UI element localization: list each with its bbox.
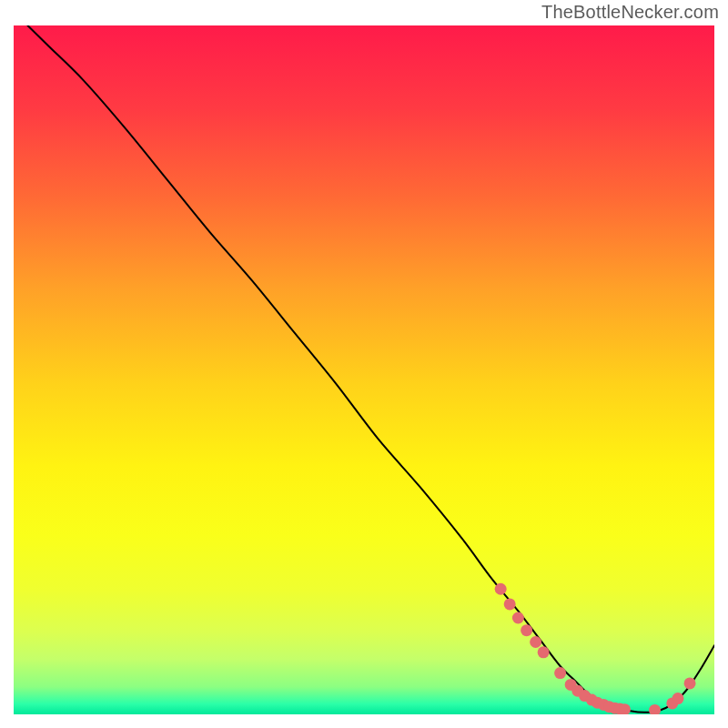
plot-area: [14, 25, 714, 714]
highlight-point: [672, 693, 683, 704]
attribution-label: TheBottleNecker.com: [541, 2, 719, 23]
chart-svg: [14, 25, 714, 714]
highlight-point: [538, 646, 550, 658]
highlight-point: [554, 667, 566, 679]
highlight-point: [504, 598, 516, 610]
gradient-background: [14, 25, 714, 714]
highlight-point: [495, 583, 507, 595]
highlight-point: [521, 624, 532, 636]
highlight-point: [684, 677, 696, 689]
highlight-point: [512, 612, 524, 624]
highlight-point: [530, 636, 541, 648]
chart-container: TheBottleNecker.com: [0, 0, 728, 728]
